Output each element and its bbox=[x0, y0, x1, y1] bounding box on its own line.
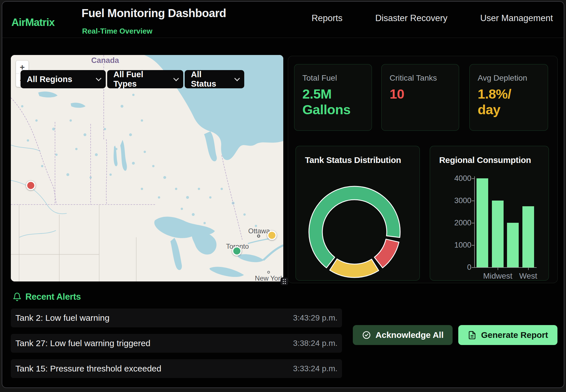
page-subtitle: Real-Time Overview bbox=[82, 27, 152, 36]
stat-card-total-fuel: Total Fuel2.5MGallons bbox=[294, 64, 372, 131]
regional-consumption-card: Regional Consumption 01000200030004000Mi… bbox=[430, 146, 549, 281]
map-label-canada: Canada bbox=[91, 56, 119, 65]
y-tick-label: 0 bbox=[440, 263, 471, 272]
filter-all-fuel-types-value: All Fuel Types bbox=[113, 70, 167, 89]
tank-status-card: Tank Status Distribution bbox=[296, 146, 420, 281]
x-tick-mark bbox=[528, 268, 529, 270]
y-tick-mark bbox=[472, 178, 474, 179]
chevron-down-icon bbox=[96, 75, 101, 81]
alert-row: Tank 2: Low fuel warning3:43:29 p.m. bbox=[11, 309, 342, 327]
bar-0 bbox=[477, 178, 488, 267]
filter-all-fuel-types[interactable]: All Fuel Types bbox=[107, 70, 183, 88]
map-label-ottawa: Ottawa bbox=[248, 227, 270, 235]
y-tick-label: 4000 bbox=[440, 174, 471, 183]
check-circle-icon bbox=[362, 330, 371, 340]
tank-marker-1[interactable] bbox=[267, 230, 276, 240]
header-divider bbox=[2, 38, 564, 38]
acknowledge-all-button[interactable]: Acknowledge All bbox=[353, 325, 453, 345]
acknowledge-all-label: Acknowledge All bbox=[376, 330, 444, 340]
filter-all-regions[interactable]: All Regions bbox=[21, 70, 106, 88]
stat-value: 2.5MGallons bbox=[302, 86, 372, 118]
map[interactable]: Canada Ottawa Toronto New York + − All R… bbox=[11, 55, 283, 281]
alerts-title: Recent Alerts bbox=[25, 292, 81, 302]
nav-user-management[interactable]: User Management bbox=[480, 13, 553, 23]
bar-west bbox=[522, 206, 534, 268]
donut-segment-red bbox=[374, 239, 399, 268]
alert-message: Tank 15: Pressure threshold exceeded bbox=[15, 364, 161, 373]
new-york-city-dot bbox=[267, 271, 270, 273]
filter-all-status[interactable]: All Status bbox=[185, 70, 244, 88]
chevron-down-icon bbox=[173, 75, 179, 81]
alert-message: Tank 27: Low fuel warning triggered bbox=[15, 338, 150, 348]
stat-card-avg-depletion: Avg Depletion1.8%/day bbox=[469, 64, 548, 131]
header-nav: ReportsDisaster RecoveryUser Management bbox=[311, 13, 553, 23]
resize-grip-icon[interactable] bbox=[280, 277, 288, 285]
x-tick-label: West bbox=[504, 271, 553, 281]
y-tick-mark bbox=[472, 245, 474, 246]
bar-midwest bbox=[492, 201, 504, 267]
x-tick-mark bbox=[498, 268, 498, 270]
y-tick-mark bbox=[472, 267, 474, 268]
alert-row: Tank 27: Low fuel warning triggered3:38:… bbox=[11, 334, 342, 353]
tank-status-donut-chart bbox=[296, 146, 420, 281]
y-tick-label: 1000 bbox=[440, 241, 471, 250]
bell-icon bbox=[13, 292, 22, 301]
y-tick-mark bbox=[472, 201, 474, 201]
file-text-icon bbox=[468, 331, 477, 340]
y-tick-mark bbox=[472, 223, 474, 223]
ottawa-city-dot bbox=[257, 234, 260, 238]
filter-all-status-value: All Status bbox=[191, 70, 228, 89]
page-title: Fuel Monitoring Dashboard bbox=[82, 7, 226, 20]
bar-2 bbox=[507, 223, 519, 267]
generate-report-button[interactable]: Generate Report bbox=[458, 325, 557, 345]
dashboard: AirMatrix Fuel Monitoring Dashboard Real… bbox=[0, 0, 566, 392]
stat-label: Critical Tanks bbox=[390, 74, 459, 83]
alerts-header: Recent Alerts bbox=[13, 292, 81, 302]
y-tick-label: 2000 bbox=[440, 219, 471, 227]
alert-time: 3:33:24 p.m. bbox=[293, 364, 337, 373]
chevron-down-icon bbox=[234, 75, 240, 81]
stat-card-critical-tanks: Critical Tanks10 bbox=[381, 64, 459, 131]
map-filter-row: All RegionsAll Fuel TypesAll Status bbox=[21, 70, 244, 88]
alert-time: 3:38:24 p.m. bbox=[293, 339, 337, 348]
tank-marker-0[interactable] bbox=[26, 181, 35, 190]
donut-segment-yellow bbox=[330, 259, 379, 277]
nav-reports[interactable]: Reports bbox=[311, 13, 343, 23]
bar-chart-title: Regional Consumption bbox=[439, 155, 531, 165]
alert-message: Tank 2: Low fuel warning bbox=[15, 313, 109, 323]
stat-value: 10 bbox=[390, 86, 459, 102]
alert-row: Tank 15: Pressure threshold exceeded3:33… bbox=[11, 359, 342, 378]
stat-label: Total Fuel bbox=[302, 74, 372, 83]
stat-value: 1.8%/day bbox=[478, 86, 548, 118]
generate-report-label: Generate Report bbox=[481, 330, 548, 340]
filter-all-regions-value: All Regions bbox=[27, 75, 72, 84]
y-tick-label: 3000 bbox=[440, 196, 471, 205]
alert-time: 3:43:29 p.m. bbox=[293, 313, 337, 322]
map-label-new-york: New York bbox=[255, 274, 283, 281]
nav-disaster-recovery[interactable]: Disaster Recovery bbox=[375, 13, 447, 23]
stat-label: Avg Depletion bbox=[478, 74, 548, 83]
tank-marker-2[interactable] bbox=[232, 246, 241, 256]
brand-logo: AirMatrix bbox=[11, 17, 54, 28]
y-axis bbox=[474, 176, 475, 268]
